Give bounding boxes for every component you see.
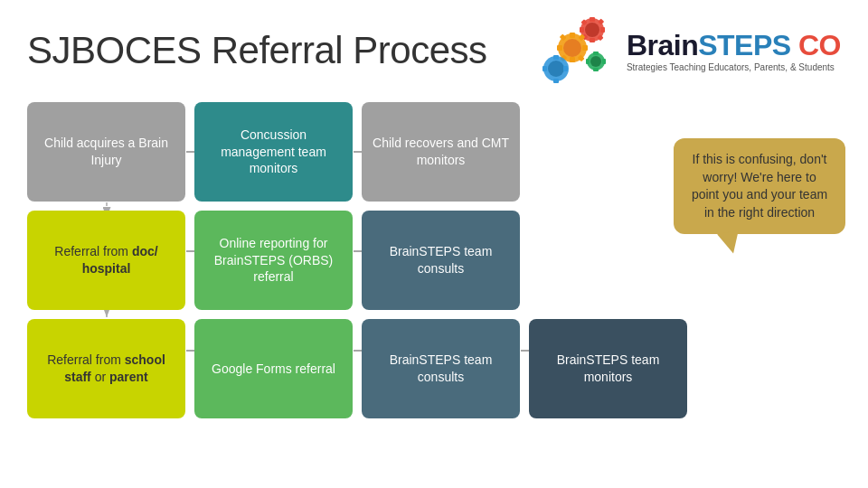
svg-rect-3 bbox=[590, 38, 595, 42]
svg-rect-22 bbox=[553, 55, 559, 60]
svg-rect-2 bbox=[590, 17, 595, 22]
brain-logo-icon bbox=[536, 16, 618, 84]
box-child-brain-injury: Child acquires a Brain Injury bbox=[27, 102, 185, 202]
svg-rect-12 bbox=[570, 33, 575, 38]
svg-rect-5 bbox=[600, 27, 605, 33]
svg-rect-24 bbox=[542, 66, 547, 71]
svg-point-21 bbox=[548, 61, 564, 77]
box-brainsteps-monitors: BrainSTEPS team monitors bbox=[529, 319, 687, 418]
flowchart: Child acquires a Brain Injury Concussion… bbox=[0, 93, 868, 473]
box-empty-r1c4 bbox=[529, 102, 687, 202]
svg-rect-25 bbox=[563, 66, 568, 71]
logo-subtitle: Strategies Teaching Educators, Parents, … bbox=[627, 62, 841, 72]
box-concussion-mgmt: Concussion management team monitors bbox=[194, 102, 353, 202]
box-google-forms: Google Forms referral bbox=[194, 319, 353, 418]
box-referral-school: Referral from school staff or parent bbox=[27, 319, 185, 418]
box-brainsteps-consults-r3: BrainSTEPS team consults bbox=[362, 319, 520, 418]
svg-rect-4 bbox=[580, 27, 584, 33]
header: SJBOCES Referral Process bbox=[0, 0, 868, 93]
logo-brand: BrainSTEPS CO bbox=[627, 29, 841, 62]
box-brainsteps-consults-r2: BrainSTEPS team consults bbox=[362, 211, 520, 310]
speech-bubble: If this is confusing, don't worry! We're… bbox=[674, 138, 845, 234]
svg-point-1 bbox=[585, 23, 599, 37]
box-orbs-referral: Online reporting for BrainSTEPS (ORBS) r… bbox=[194, 211, 353, 310]
page-title: SJBOCES Referral Process bbox=[27, 29, 487, 72]
svg-rect-15 bbox=[582, 45, 588, 51]
svg-point-11 bbox=[563, 39, 581, 57]
logo-area: BrainSTEPS CO Strategies Teaching Educat… bbox=[536, 16, 841, 84]
svg-point-27 bbox=[590, 56, 601, 67]
svg-rect-23 bbox=[553, 79, 559, 83]
svg-rect-30 bbox=[586, 59, 590, 64]
box-empty-r2c4 bbox=[529, 211, 687, 310]
flow-grid: Child acquires a Brain Injury Concussion… bbox=[27, 102, 687, 418]
svg-rect-31 bbox=[602, 59, 606, 64]
svg-rect-13 bbox=[570, 57, 575, 62]
svg-rect-28 bbox=[593, 52, 599, 55]
box-child-recovers: Child recovers and CMT monitors bbox=[362, 102, 520, 202]
box-referral-doc: Referral from doc/ hospital bbox=[27, 211, 185, 310]
svg-rect-29 bbox=[593, 68, 599, 71]
logo-text: BrainSTEPS CO Strategies Teaching Educat… bbox=[627, 29, 841, 72]
svg-rect-14 bbox=[557, 45, 562, 51]
